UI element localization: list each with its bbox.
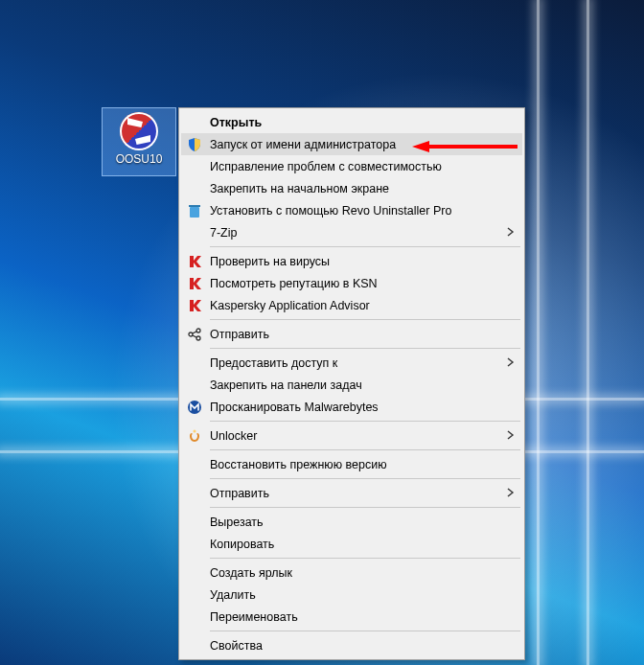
menu-item-label: Отправить <box>208 487 503 500</box>
menu-separator <box>210 631 520 631</box>
kaspersky-icon <box>181 276 208 291</box>
kaspersky-icon <box>181 254 208 269</box>
malwarebytes-icon <box>181 400 208 415</box>
menu-item-label: Запуск от имени администратора <box>208 138 503 151</box>
menu-item-label: Закрепить на панели задач <box>208 378 503 392</box>
menu-item[interactable]: Вырезать <box>181 511 522 533</box>
menu-item[interactable]: Kaspersky Application Advisor <box>181 294 522 316</box>
menu-item-label: Копировать <box>208 538 503 551</box>
svg-line-7 <box>193 335 197 337</box>
submenu-arrow-icon <box>503 356 518 370</box>
app-icon <box>120 112 158 150</box>
menu-item[interactable]: Предоставить доступ к <box>181 352 522 374</box>
unlocker-icon <box>181 428 208 444</box>
menu-item-label: Открыть <box>208 116 503 129</box>
menu-item[interactable]: Копировать <box>181 533 522 555</box>
menu-item-label: Установить с помощью Revo Uninstaller Pr… <box>208 204 503 218</box>
menu-item-label: Kaspersky Application Advisor <box>208 299 503 312</box>
menu-item[interactable]: Создать ярлык <box>181 562 522 584</box>
menu-item[interactable]: Проверить на вирусы <box>181 250 522 272</box>
menu-item-label: Восстановить прежнюю версию <box>208 458 503 471</box>
menu-item[interactable]: Unlocker <box>181 424 522 447</box>
menu-separator <box>210 319 520 320</box>
revo-icon <box>181 203 208 218</box>
svg-point-9 <box>194 429 196 432</box>
menu-item[interactable]: Исправление проблем с совместимостью <box>181 155 522 177</box>
menu-item[interactable]: Закрепить на панели задач <box>181 374 522 396</box>
menu-item-label: Исправление проблем с совместимостью <box>208 160 503 173</box>
menu-item-label: Проверить на вирусы <box>208 255 503 268</box>
shield-icon <box>181 137 208 152</box>
menu-item-label: Unlocker <box>208 429 503 443</box>
menu-item[interactable]: Установить с помощью Revo Uninstaller Pr… <box>181 199 522 221</box>
menu-item[interactable]: Открыть <box>181 111 522 133</box>
menu-item[interactable]: Переименовать <box>181 606 522 628</box>
menu-item-label: Создать ярлык <box>208 566 503 580</box>
menu-separator <box>210 507 520 508</box>
menu-item-label: Свойства <box>208 639 503 653</box>
menu-item[interactable]: Восстановить прежнюю версию <box>181 453 522 475</box>
svg-rect-1 <box>190 207 199 218</box>
menu-item-label: Удалить <box>208 588 503 602</box>
menu-item[interactable]: Просканировать Malwarebytes <box>181 396 522 418</box>
menu-item[interactable]: Отправить <box>181 323 522 345</box>
menu-item[interactable]: Отправить <box>181 482 522 504</box>
menu-item-label: Посмотреть репутацию в KSN <box>208 277 503 290</box>
menu-item[interactable]: Свойства <box>181 634 522 656</box>
kaspersky-icon <box>181 298 208 313</box>
share-icon <box>181 327 208 342</box>
menu-item[interactable]: Закрепить на начальном экране <box>181 177 522 199</box>
menu-separator <box>210 449 520 450</box>
svg-point-3 <box>189 332 193 336</box>
desktop-icon-oosu10[interactable]: OOSU10 <box>102 107 176 176</box>
menu-item-label: Закрепить на начальном экране <box>208 182 503 195</box>
menu-item-label: Вырезать <box>208 516 503 529</box>
context-menu: ОткрытьЗапуск от имени администратораИсп… <box>178 107 525 660</box>
menu-item[interactable]: Посмотреть репутацию в KSN <box>181 272 522 294</box>
menu-separator <box>210 478 520 479</box>
submenu-arrow-icon <box>503 487 518 500</box>
desktop-icon-label: OOSU10 <box>116 152 163 166</box>
menu-separator <box>210 558 520 559</box>
submenu-arrow-icon <box>503 226 518 240</box>
menu-item-label: Предоставить доступ к <box>208 356 503 370</box>
menu-separator <box>210 421 520 422</box>
menu-item[interactable]: Удалить <box>181 584 522 606</box>
menu-item[interactable]: 7-Zip <box>181 221 522 243</box>
svg-point-5 <box>196 336 200 340</box>
svg-rect-2 <box>189 205 200 207</box>
svg-point-4 <box>196 329 200 332</box>
menu-separator <box>210 348 520 349</box>
menu-item[interactable]: Запуск от имени администратора <box>181 133 522 155</box>
menu-item-label: Просканировать Malwarebytes <box>208 401 503 414</box>
menu-item-label: 7-Zip <box>208 226 503 240</box>
menu-item-label: Отправить <box>208 328 503 341</box>
svg-line-6 <box>193 331 197 332</box>
menu-separator <box>210 246 520 247</box>
menu-item-label: Переименовать <box>208 610 503 624</box>
submenu-arrow-icon <box>503 429 518 443</box>
